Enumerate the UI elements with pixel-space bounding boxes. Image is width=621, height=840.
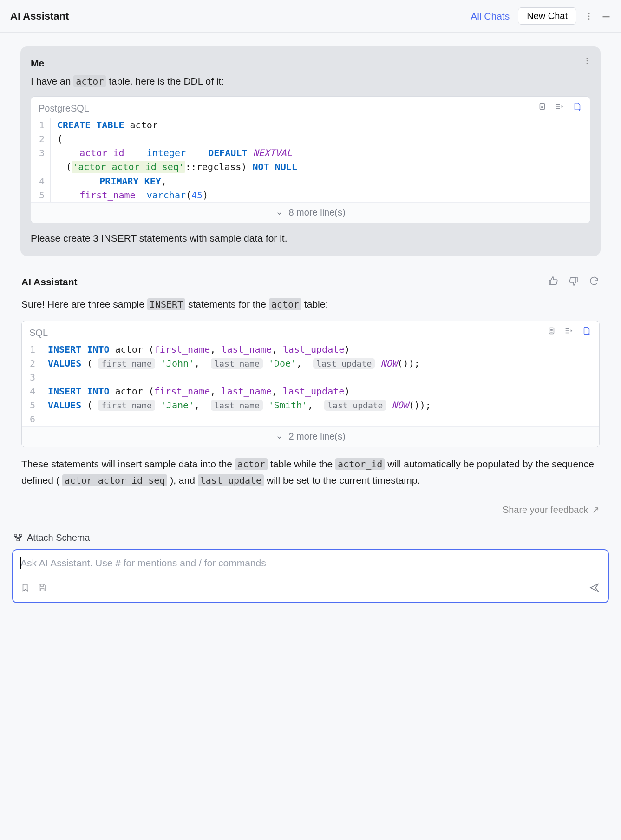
svg-rect-11 (17, 539, 20, 541)
ai-text-2: These statements will insert sample data… (21, 456, 600, 489)
ai-sender-label: AI Assistant (21, 275, 78, 289)
svg-rect-3 (603, 16, 610, 17)
inline-code: actor (269, 298, 301, 310)
send-icon[interactable] (588, 582, 601, 597)
text-caret (20, 557, 21, 569)
svg-point-0 (588, 13, 590, 14)
kebab-menu-icon[interactable] (585, 12, 593, 20)
param-pill: last_update (313, 358, 375, 369)
user-sender-label: Me (31, 56, 590, 71)
header-actions: All Chats New Chat (471, 7, 611, 25)
svg-point-5 (587, 60, 588, 62)
svg-point-2 (588, 18, 590, 20)
insert-icon[interactable] (555, 101, 565, 115)
svg-point-1 (588, 15, 590, 17)
code-expand[interactable]: ⌄ 8 more line(s) (31, 202, 590, 223)
text: table, here is the DDL of it: (106, 76, 224, 86)
copy-icon[interactable] (537, 101, 547, 115)
sql-code-block: SQL 1INSERT INTO actor (first_name, last… (21, 321, 600, 447)
ai-text-1: Sure! Here are three sample INSERT state… (21, 296, 600, 312)
inline-code: INSERT (147, 298, 185, 310)
insert-icon[interactable] (564, 326, 574, 340)
inline-code: actor_id (335, 458, 385, 470)
bookmark-icon[interactable] (20, 583, 31, 597)
param-pill: first_name (98, 400, 155, 411)
code-language-label: PostgreSQL (39, 101, 89, 115)
thumbs-up-icon[interactable] (548, 276, 559, 290)
user-message: Me I have an actor table, here is the DD… (20, 46, 601, 256)
svg-rect-9 (14, 534, 17, 537)
share-feedback-link[interactable]: Share your feedback ↗ (21, 503, 600, 517)
inline-code: actor (235, 458, 268, 470)
all-chats-link[interactable]: All Chats (471, 9, 510, 24)
save-icon[interactable] (37, 583, 47, 597)
new-file-icon[interactable] (582, 326, 592, 340)
panel-title: AI Assistant (10, 8, 69, 24)
code-expand[interactable]: ⌄ 2 more line(s) (22, 426, 599, 447)
inline-code-actor: actor (73, 75, 106, 87)
code-body: 1INSERT INTO actor (first_name, last_nam… (22, 340, 599, 426)
message-menu-icon[interactable] (583, 55, 591, 69)
chat-area: Me I have an actor table, here is the DD… (0, 33, 621, 526)
prompt-placeholder: Ask AI Assistant. Use # for mentions and… (20, 556, 601, 571)
inline-code: last_update (198, 474, 264, 486)
ai-message: AI Assistant Sure! Here are three sample… (20, 275, 601, 517)
code-language-label: SQL (29, 326, 48, 340)
header: AI Assistant All Chats New Chat (0, 0, 621, 33)
code-body: 1CREATE TABLE actor 2( 3 actor_id intege… (31, 115, 590, 202)
input-area: Attach Schema Ask AI Assistant. Use # fo… (0, 531, 621, 615)
svg-point-4 (587, 58, 588, 59)
svg-rect-10 (20, 534, 22, 537)
svg-point-6 (587, 63, 588, 64)
copy-icon[interactable] (546, 326, 556, 340)
param-pill: last_name (211, 358, 263, 369)
text: I have an (31, 76, 73, 86)
inline-code: actor_actor_id_seq (62, 474, 168, 486)
regenerate-icon[interactable] (588, 276, 600, 290)
param-pill: last_update (324, 400, 386, 411)
attach-schema-button[interactable]: Attach Schema (13, 531, 609, 545)
minimize-icon[interactable] (601, 12, 611, 21)
ddl-code-block: PostgreSQL 1CREATE TABLE actor 2( 3 acto… (31, 96, 590, 223)
prompt-input[interactable]: Ask AI Assistant. Use # for mentions and… (12, 549, 609, 603)
user-text-2: Please create 3 INSERT statements with s… (31, 231, 590, 246)
param-pill: first_name (98, 358, 155, 369)
thumbs-down-icon[interactable] (568, 276, 579, 290)
new-chat-button[interactable]: New Chat (518, 7, 576, 25)
new-file-icon[interactable] (572, 101, 582, 115)
user-text-1: I have an actor table, here is the DDL o… (31, 73, 590, 89)
param-pill: last_name (211, 400, 263, 411)
